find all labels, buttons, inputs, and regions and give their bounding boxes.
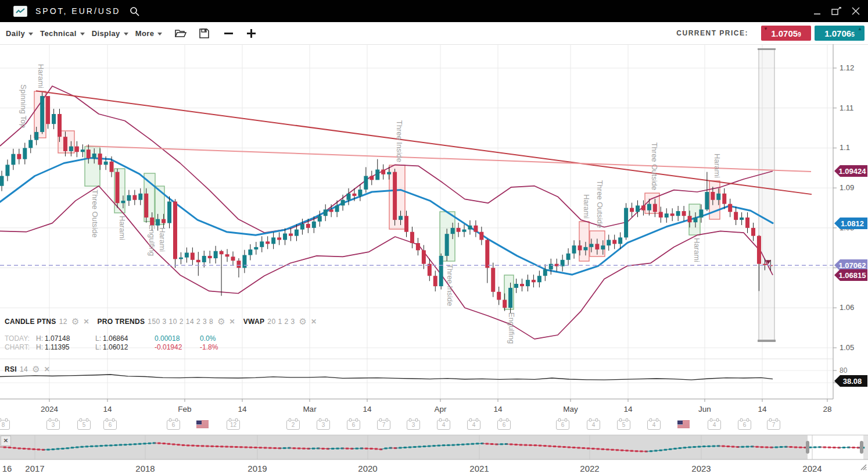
candle [104, 162, 108, 165]
candle [75, 147, 79, 152]
calendar-event-icon[interactable]: 3 [46, 420, 60, 430]
calendar-event-icon[interactable]: 7 [767, 420, 780, 430]
calendar-event-icon[interactable]: 6 [556, 420, 569, 430]
calendar-event-icon[interactable]: 7 [377, 420, 390, 430]
candle [503, 300, 507, 308]
popout-icon[interactable] [831, 7, 841, 16]
x-axis-tick-label: 14 [363, 405, 372, 414]
calendar-event-icon[interactable]: 3 [407, 420, 420, 430]
candle [231, 256, 235, 261]
candle [179, 258, 183, 259]
ask-price-value: 1.0706 [824, 28, 851, 38]
pattern-boxes [34, 91, 720, 309]
us-flag-icon[interactable] [196, 420, 209, 428]
pattern-label: Harami [582, 194, 591, 219]
candle [260, 241, 264, 247]
axes[interactable]: 1.121.111.11.091.081.071.061.05202414Feb… [0, 44, 854, 414]
candle [601, 245, 605, 250]
svg-text:38.08: 38.08 [843, 377, 862, 386]
today-label: TODAY: [5, 334, 36, 343]
candle [236, 261, 241, 268]
minimize-icon[interactable] [813, 8, 821, 15]
calendar-event-icon[interactable]: 4 [647, 420, 661, 430]
calendar-event-icon[interactable]: 12 [227, 420, 240, 430]
pro-trends-params: 150 3 10 2 14 2 3 8 [148, 318, 213, 326]
candle [676, 211, 680, 216]
us-flag-icon[interactable] [677, 420, 690, 428]
candle [659, 212, 663, 218]
candle [52, 114, 56, 124]
candle [514, 284, 518, 288]
navigator-year-label: 2019 [248, 464, 267, 473]
close-icon[interactable]: ✕ [44, 365, 50, 373]
calendar-event-icon[interactable]: 3 [317, 420, 330, 430]
gear-icon[interactable]: ⚙ [299, 318, 307, 325]
candle [688, 216, 692, 222]
range-navigator[interactable]: 1620172018201920202021202220232024 [0, 435, 868, 473]
zoom-out-button[interactable] [224, 33, 233, 34]
menu-interval[interactable]: Daily [6, 29, 33, 38]
candle [58, 114, 62, 137]
calendar-event-icon[interactable]: 6 [103, 420, 117, 430]
search-icon[interactable] [130, 6, 139, 16]
price-chart[interactable]: Spinning TopHaramiThree OutsideHaramiEng… [0, 44, 868, 474]
price-badge: 1.09424 [834, 165, 867, 177]
selection-highlight-band[interactable] [758, 48, 776, 342]
close-icon[interactable]: ✕ [83, 318, 89, 326]
calendar-event-icon[interactable]: 6 [738, 420, 751, 430]
candle [497, 292, 501, 300]
candle [121, 201, 125, 203]
candle [457, 228, 461, 232]
chevron-down-icon [28, 33, 33, 35]
menu-display-label: Display [92, 29, 120, 38]
bid-price-subdigit: 9 [798, 31, 801, 38]
calendar-event-icon[interactable]: 6 [497, 420, 511, 430]
calendar-event-icon[interactable]: 4 [587, 420, 600, 430]
candle [526, 280, 530, 286]
calendar-event-icon[interactable]: 4 [467, 420, 480, 430]
candle [370, 176, 374, 180]
calendar-event-icon[interactable]: 5 [77, 420, 91, 430]
calendar-event-icon[interactable]: 4 [708, 420, 721, 430]
chart-low-key: L: [95, 343, 101, 351]
zoom-in-button[interactable] [247, 29, 256, 38]
candle [341, 200, 345, 206]
menu-more[interactable]: More [135, 29, 163, 38]
menu-more-label: More [135, 29, 155, 38]
navigator-close-button[interactable]: ✕ [1, 436, 11, 446]
gear-icon[interactable]: ⚙ [71, 318, 79, 325]
close-icon[interactable]: ✕ [229, 318, 235, 326]
trendline[interactable] [86, 146, 811, 172]
navigator-handle[interactable] [806, 441, 809, 454]
calendar-event-icon[interactable]: 6 [167, 420, 180, 430]
rsi-label: RSI [5, 365, 17, 373]
candle [740, 218, 744, 220]
navigator-year-label: 2017 [25, 464, 44, 473]
candle [387, 172, 391, 174]
pattern-label: Three Outside [91, 190, 99, 237]
ask-price-badge: 1.07065 ▲ [815, 26, 865, 41]
resize-grip[interactable] [860, 462, 867, 473]
arrow-down-icon: ▼ [763, 27, 768, 31]
calendar-event-icon[interactable]: 2 [286, 420, 300, 430]
candle [462, 230, 467, 232]
candle [329, 209, 333, 212]
save-icon[interactable] [199, 28, 209, 38]
calendar-event-icon[interactable]: 6 [347, 420, 360, 430]
calendar-event-icon[interactable]: 4 [437, 420, 450, 430]
y-axis-tick-label: 1.09 [840, 183, 854, 192]
navigator-handle[interactable] [860, 441, 863, 454]
calendar-event-icon[interactable]: 5 [617, 420, 630, 430]
gear-icon[interactable]: ⚙ [32, 366, 40, 373]
rsi-panel[interactable]: 8020 [0, 366, 848, 387]
calendar-event-icon[interactable]: 8 [0, 420, 10, 430]
close-icon[interactable]: ✕ [311, 318, 317, 326]
candle [728, 204, 732, 212]
candle [433, 276, 437, 286]
menu-display[interactable]: Display [92, 29, 128, 38]
open-folder-icon[interactable] [175, 28, 186, 38]
close-icon[interactable] [852, 7, 860, 15]
candle [722, 194, 726, 204]
menu-technical[interactable]: Technical [40, 29, 85, 38]
gear-icon[interactable]: ⚙ [217, 318, 225, 325]
